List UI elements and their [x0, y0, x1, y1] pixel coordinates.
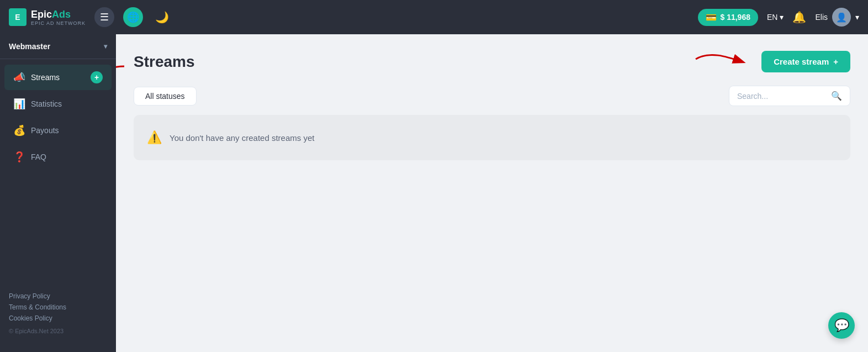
sidebar-item-payouts[interactable]: 💰 Payouts [4, 118, 112, 143]
sidebar-item-streams[interactable]: 📣 Streams + [4, 65, 112, 90]
faq-icon: ❓ [13, 151, 25, 163]
create-stream-button[interactable]: Create stream + [761, 51, 850, 72]
language-selector[interactable]: EN ▾ [767, 13, 784, 22]
globe-button[interactable]: 🌐 [123, 7, 143, 27]
logo-text: EpicAds EPIC AD NETWORK [31, 9, 86, 26]
sidebar-nav: 📣 Streams + 📊 Statistics 💰 Payouts ❓ FAQ [0, 59, 116, 283]
copyright-text: © EpicAds.Net 2023 [9, 328, 107, 334]
search-input[interactable] [737, 92, 827, 101]
sidebar-item-faq[interactable]: ❓ FAQ [4, 144, 112, 170]
content-area: Streams Create stream + A [116, 34, 868, 352]
empty-state: ⚠️ You don't have any created streams ye… [134, 115, 850, 160]
logo-name-prefix: Epic [31, 9, 52, 20]
page-title: Streams [134, 53, 195, 71]
warning-icon: ⚠️ [147, 130, 162, 145]
user-avatar: 👤 [832, 8, 851, 27]
sidebar-payouts-label: Payouts [31, 126, 59, 135]
streams-icon: 📣 [13, 71, 25, 83]
payouts-icon: 💰 [13, 124, 25, 136]
sidebar-streams-label: Streams [31, 73, 60, 82]
logo-name-suffix: Ads [52, 9, 71, 20]
add-stream-button[interactable]: + [91, 71, 103, 83]
search-icon[interactable]: 🔍 [831, 91, 842, 101]
logo-icon: E [9, 8, 27, 26]
sidebar-footer: Privacy Policy Terms & Conditions Cookie… [0, 283, 116, 343]
balance-badge: 💳 $ 11,968 [698, 9, 758, 26]
privacy-policy-link[interactable]: Privacy Policy [9, 292, 107, 300]
create-stream-plus-icon: + [833, 57, 838, 66]
chat-icon: 💬 [834, 318, 849, 333]
username-label: Elis [815, 13, 828, 22]
search-box: 🔍 [729, 86, 850, 106]
filters-bar: All statuses 🔍 [134, 86, 850, 106]
navbar: E EpicAds EPIC AD NETWORK ☰ 🌐 🌙 💳 $ 11,9… [0, 0, 868, 34]
logo: E EpicAds EPIC AD NETWORK [9, 8, 86, 26]
notification-bell-icon[interactable]: 🔔 [792, 10, 806, 24]
arrow-to-add-annotation [116, 61, 130, 94]
role-chevron-icon: ▾ [104, 43, 107, 50]
sidebar: Webmaster ▾ 📣 Streams + 📊 Statistics 💰 P… [0, 34, 116, 352]
role-label: Webmaster [9, 42, 50, 51]
logo-subtext: EPIC AD NETWORK [31, 20, 86, 26]
content-header: Streams Create stream + [134, 51, 850, 72]
user-chevron-icon: ▾ [855, 13, 859, 22]
sidebar-item-statistics[interactable]: 📊 Statistics [4, 91, 112, 117]
wallet-icon: 💳 [706, 12, 717, 23]
cookies-policy-link[interactable]: Cookies Policy [9, 314, 107, 322]
chevron-down-icon: ▾ [780, 13, 784, 22]
create-stream-label: Create stream [774, 57, 829, 66]
user-menu[interactable]: Elis 👤 ▾ [815, 8, 859, 27]
chat-bubble-button[interactable]: 💬 [828, 312, 855, 339]
sidebar-faq-label: FAQ [31, 153, 46, 161]
menu-button[interactable]: ☰ [94, 7, 114, 27]
main-layout: Webmaster ▾ 📣 Streams + 📊 Statistics 💰 P… [0, 34, 868, 352]
dark-mode-button[interactable]: 🌙 [152, 7, 172, 27]
all-statuses-tab[interactable]: All statuses [134, 87, 197, 106]
role-selector[interactable]: Webmaster ▾ [0, 34, 116, 59]
balance-amount: $ 11,968 [720, 13, 750, 22]
navbar-left: E EpicAds EPIC AD NETWORK ☰ 🌐 🌙 [9, 7, 172, 27]
arrow-to-create-annotation [693, 45, 748, 73]
terms-conditions-link[interactable]: Terms & Conditions [9, 303, 107, 311]
sidebar-statistics-label: Statistics [31, 99, 62, 108]
empty-state-message: You don't have any created streams yet [170, 133, 314, 143]
navbar-right: 💳 $ 11,968 EN ▾ 🔔 Elis 👤 ▾ [698, 8, 859, 27]
language-label: EN [767, 13, 777, 22]
statistics-icon: 📊 [13, 98, 25, 110]
